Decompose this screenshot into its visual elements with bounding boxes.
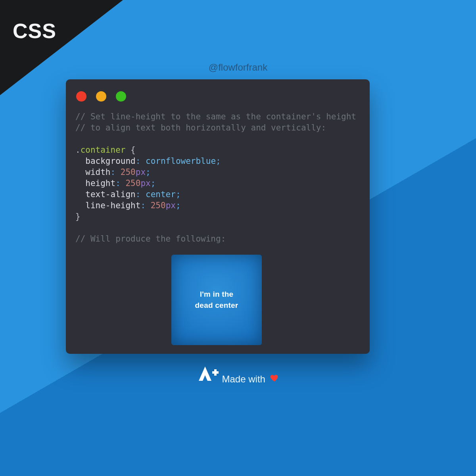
logo-icon <box>196 365 220 382</box>
code-comment: // Will produce the following: <box>75 234 226 244</box>
demo-box: I'm in the dead center <box>171 255 262 345</box>
code-unit: px <box>136 167 146 177</box>
footer: Made with <box>0 365 476 385</box>
demo-text-line: dead center <box>195 300 238 311</box>
code-prop: text-align <box>85 190 135 199</box>
badge-label: CSS <box>13 19 56 43</box>
code-comment: // Set line-height to the same as the co… <box>75 112 356 121</box>
minimize-icon <box>96 91 106 102</box>
maximize-icon <box>116 91 126 102</box>
code-selector: container <box>81 145 126 155</box>
code-prop: height <box>85 178 115 188</box>
code-unit: px <box>140 178 150 188</box>
code-number: 250 <box>151 201 166 210</box>
code-value: center <box>146 190 176 199</box>
code-comment: // to align text both horizontally and v… <box>75 123 326 132</box>
svg-rect-1 <box>214 369 217 376</box>
made-with-label: Made with <box>222 373 280 385</box>
code-value: cornflowerblue <box>146 156 216 166</box>
canvas: CSS @flowforfrank // Set line-height to … <box>0 0 476 476</box>
code-number: 250 <box>125 178 140 188</box>
code-prop: background <box>85 156 135 166</box>
code-editor-window: // Set line-height to the same as the co… <box>66 79 370 354</box>
code-unit: px <box>166 201 176 210</box>
made-with-text: Made with <box>222 374 265 385</box>
code-prop: width <box>85 167 110 177</box>
window-controls <box>75 90 360 102</box>
author-handle: @flowforfrank <box>0 62 476 73</box>
demo-text-line: I'm in the <box>200 289 234 300</box>
code-prop: line-height <box>85 201 140 210</box>
code-number: 250 <box>121 167 136 177</box>
code-block: // Set line-height to the same as the co… <box>75 111 360 244</box>
heart-icon <box>269 373 280 385</box>
close-icon <box>76 91 86 102</box>
